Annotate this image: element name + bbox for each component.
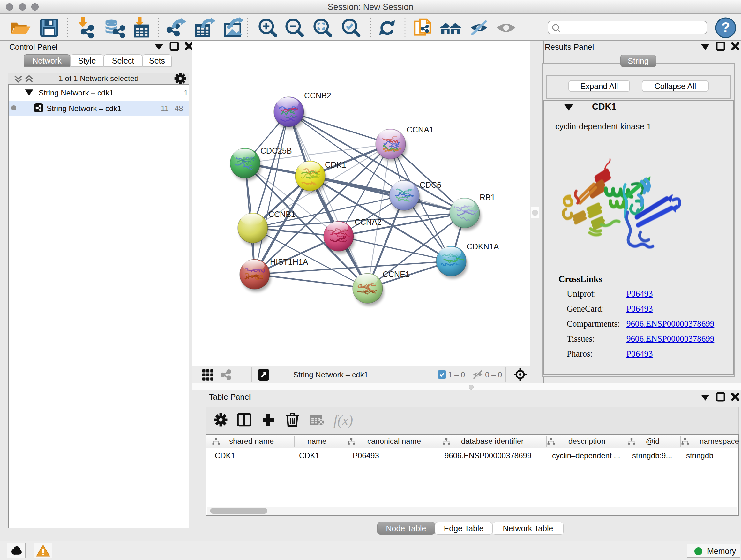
svg-text:CCNE1: CCNE1: [383, 270, 410, 279]
svg-text:CDKN1A: CDKN1A: [467, 242, 499, 251]
svg-text:CCNA2: CCNA2: [354, 217, 382, 226]
svg-text:CCNA1: CCNA1: [407, 125, 434, 134]
svg-text:RB1: RB1: [480, 193, 495, 202]
svg-text:CDC25B: CDC25B: [260, 146, 292, 155]
svg-text:CCNB1: CCNB1: [268, 210, 295, 219]
svg-text:?: ?: [722, 19, 730, 35]
svg-text:f(x): f(x): [333, 413, 353, 428]
svg-text:HIST1H1A: HIST1H1A: [270, 257, 308, 266]
svg-text:CDK1: CDK1: [325, 160, 346, 169]
svg-text:CDC6: CDC6: [420, 180, 441, 189]
svg-text:CCNB2: CCNB2: [304, 91, 331, 100]
